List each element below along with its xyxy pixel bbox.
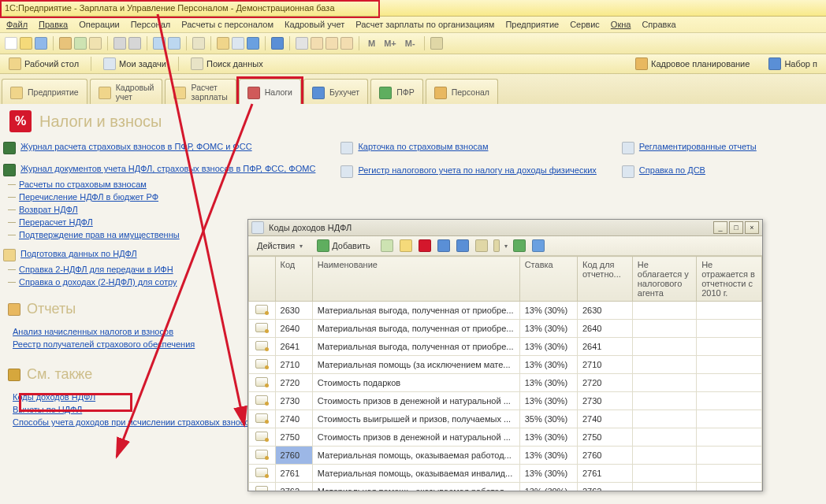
calculator-icon[interactable] (296, 37, 308, 50)
menu-windows[interactable]: Окна (611, 20, 631, 29)
col-header[interactable] (249, 257, 276, 302)
table-row[interactable]: 2762Материальная помощь, оказываемая раб… (249, 483, 762, 491)
menu-edit[interactable]: Правка (39, 20, 68, 29)
doc-icon[interactable] (232, 37, 244, 50)
link-2ndfl-ifns[interactable]: Справка 2-НДФЛ для передачи в ИФН (19, 265, 173, 274)
table-row[interactable]: 2740Стоимость выигрышей и призов, получа… (249, 410, 762, 428)
link-ndfl-recalc[interactable]: Перерасчет НДФЛ (19, 217, 93, 227)
help-button[interactable] (530, 238, 546, 254)
col-header[interactable]: Ставка (519, 257, 577, 302)
menu-hr[interactable]: Кадровый учет (285, 20, 344, 29)
new-icon[interactable] (5, 37, 17, 50)
link-ndfl-deductions[interactable]: Вычеты по НДФЛ (13, 405, 82, 414)
table-row[interactable]: 2641Материальная выгода, полученная от п… (249, 338, 762, 356)
nabor-button[interactable]: Набор п (763, 55, 823, 72)
folder-icon[interactable] (217, 37, 229, 50)
copy-icon[interactable] (74, 37, 87, 50)
refresh-button[interactable] (512, 238, 527, 254)
tab-accounting[interactable]: Бухучет (303, 79, 368, 106)
tab-hr[interactable]: Кадровый учет (90, 79, 163, 106)
mem-mminus[interactable]: M- (402, 39, 419, 48)
settings-icon[interactable] (430, 37, 443, 50)
menu-enterprise[interactable]: Предприятие (505, 20, 559, 29)
table-row[interactable]: 2720Стоимость подарков13% (30%)2720 (249, 374, 762, 392)
row-icon (255, 359, 268, 369)
table-row[interactable]: 2750Стоимость призов в денежной и натура… (249, 428, 762, 447)
tab-salary[interactable]: Расчет зарплаты (165, 79, 236, 106)
link-ndfl-return[interactable]: Возврат НДФЛ (19, 205, 78, 214)
mark-button[interactable] (436, 238, 452, 254)
find-icon[interactable] (192, 37, 205, 50)
print-preview-icon[interactable] (128, 37, 141, 50)
link-income-codes[interactable]: Коды доходов НДФЛ (13, 392, 95, 402)
link-insurance-registry[interactable]: Реестр получателей страхового обеспечени… (13, 339, 195, 349)
info-icon[interactable] (247, 37, 259, 50)
print-icon[interactable] (113, 37, 126, 50)
table-row[interactable]: 2760Материальная помощь, оказываемая раб… (249, 447, 762, 465)
link-property-rights[interactable]: Подтверждение прав на имущественны (19, 230, 180, 239)
link-insurance-calc[interactable]: Расчеты по страховым взносам (19, 180, 147, 189)
paste-icon[interactable] (89, 37, 102, 50)
undo-icon[interactable] (153, 37, 166, 50)
link-ndfl-prep[interactable]: Подготовка данных по НДФЛ (20, 249, 137, 258)
mem-m[interactable]: M (365, 39, 378, 48)
my-tasks-button[interactable]: Мои задачи (98, 55, 172, 72)
link-icon[interactable] (271, 37, 284, 50)
edit-button[interactable] (398, 238, 414, 254)
table-row[interactable]: 2630Материальная выгода, полученная от п… (249, 302, 762, 320)
menu-operations[interactable]: Операции (79, 20, 119, 29)
link-tax-analysis[interactable]: Анализ начисленных налогов и взносов (13, 327, 173, 336)
table-row[interactable]: 2761Материальная помощь, оказываемая инв… (249, 465, 762, 483)
menu-service[interactable]: Сервис (570, 20, 600, 29)
col-header[interactable]: Наименование (312, 257, 519, 302)
cut-icon[interactable] (59, 37, 72, 50)
minimize-button[interactable]: _ (713, 221, 727, 234)
tab-pfr[interactable]: ПФР (370, 79, 423, 106)
table-row[interactable]: 2710Материальная помощь (за исключением … (249, 356, 762, 374)
filter-button[interactable] (474, 238, 489, 254)
link-insurance-card[interactable]: Карточка по страховым взносам (358, 142, 488, 151)
link-regulated-reports[interactable]: Регламентированные отчеты (639, 142, 757, 151)
menu-personnel[interactable]: Персонал (131, 20, 171, 29)
more-button[interactable] (493, 238, 508, 254)
close-button[interactable]: × (745, 221, 759, 234)
tab-enterprise[interactable]: Предприятие (2, 79, 87, 106)
hr-planning-button[interactable]: Кадровое планирование (630, 55, 755, 72)
link-insurance-methods[interactable]: Способы учета доходов при исчислении стр… (13, 417, 254, 427)
delete-button[interactable] (417, 238, 433, 254)
save-icon[interactable] (35, 37, 47, 50)
menu-help[interactable]: Справка (642, 20, 675, 29)
link-dsv[interactable]: Справка по ДСВ (639, 165, 705, 175)
calendar-icon[interactable] (311, 37, 323, 50)
move-button[interactable] (455, 238, 471, 254)
tab-personnel[interactable]: Персонал (426, 79, 498, 106)
link-journal-insurance[interactable]: Журнал расчета страховых взносов в ПФР, … (20, 142, 252, 151)
menu-payroll[interactable]: Расчеты с персоналом (181, 20, 273, 29)
link-ndfl-transfer[interactable]: Перечисление НДФЛ в бюджет РФ (19, 192, 158, 202)
col-header[interactable]: Код (275, 257, 312, 302)
desktop-button[interactable]: Рабочий стол (3, 55, 84, 72)
maximize-button[interactable]: □ (729, 221, 743, 234)
link-journal-ndfl[interactable]: Журнал документов учета НДФЛ, страховых … (20, 164, 315, 173)
tab-taxes[interactable]: Налоги (239, 79, 301, 106)
add-button[interactable]: Добавить (311, 238, 376, 254)
window-titlebar[interactable]: Коды доходов НДФЛ _ □ × (248, 220, 762, 236)
search-data-button[interactable]: Поиск данных (185, 55, 269, 72)
open-icon[interactable] (20, 37, 32, 50)
link-2ndfl-employee[interactable]: Справка о доходах (2-НДФЛ) для сотру (19, 277, 177, 287)
table-row[interactable]: 2730Стоимость призов в денежной и натура… (249, 392, 762, 410)
calendar3-icon[interactable] (340, 37, 353, 50)
mem-mplus[interactable]: M+ (381, 39, 400, 48)
redo-icon[interactable] (168, 37, 180, 50)
grid[interactable]: КодНаименованиеСтавкаКод для отчетно...Н… (248, 256, 762, 491)
col-header[interactable]: Не облагается у налогового агента (632, 257, 696, 302)
col-header[interactable]: Код для отчетно... (577, 257, 632, 302)
actions-menu[interactable]: Действия (251, 239, 308, 252)
calendar2-icon[interactable] (326, 37, 338, 50)
copy-row-button[interactable] (379, 238, 395, 254)
menu-salary-org[interactable]: Расчет зарплаты по организациям (355, 20, 494, 29)
menu-file[interactable]: Файл (6, 20, 28, 29)
table-row[interactable]: 2640Материальная выгода, полученная от п… (249, 320, 762, 338)
col-header[interactable]: Не отражается в отчетности с 2010 г. (697, 257, 762, 302)
link-tax-register[interactable]: Регистр налогового учета по налогу на до… (358, 165, 596, 175)
